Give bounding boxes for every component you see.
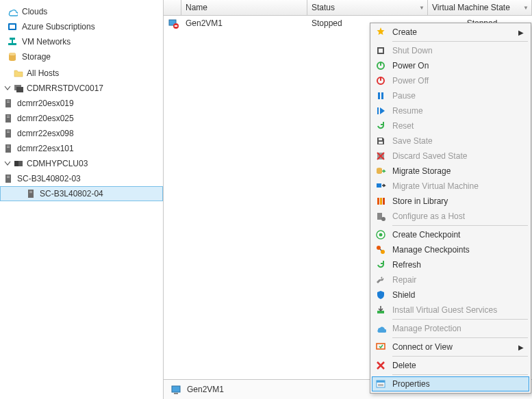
menu-item-connect-or-view[interactable]: Connect or View▶ — [372, 339, 529, 355]
menu-item-resume: Resume — [372, 103, 529, 118]
caret-down-icon[interactable] — [3, 159, 12, 168]
svg-rect-15 — [5, 129, 11, 138]
menu-item-manage-protection: Manage Protection — [372, 321, 529, 336]
storage-icon — [7, 51, 18, 62]
discard-icon — [375, 150, 387, 162]
nav-storage[interactable]: Storage — [0, 49, 163, 64]
tree-label: CDMHYPCLU03 — [27, 159, 88, 168]
tree-label: dcmrr22esx101 — [17, 144, 74, 153]
svg-rect-13 — [7, 116, 10, 116]
menu-item-migrate-storage[interactable]: Migrate Storage — [372, 164, 529, 179]
tree-label: dcmrr22esx098 — [17, 129, 74, 138]
tree-host-group[interactable]: CDMHYPCLU03 — [0, 156, 163, 171]
library-icon — [375, 195, 387, 207]
tree-host-item[interactable]: dcmrr22esx098 — [0, 126, 163, 141]
server-icon — [3, 98, 14, 109]
menu-item-properties[interactable]: Properties — [372, 376, 529, 391]
svg-rect-43 — [379, 138, 382, 140]
menu-item-create-checkpoint[interactable]: Create Checkpoint — [372, 227, 529, 242]
tree-host-item[interactable]: SC-B3L40802-04 — [0, 186, 163, 201]
menu-item-create[interactable]: Create▶ — [372, 25, 529, 40]
nav-label: Clouds — [22, 7, 47, 16]
svg-rect-23 — [5, 175, 11, 183]
column-label: Name — [186, 3, 207, 12]
menu-item-label: Shut Down — [392, 46, 433, 55]
svg-rect-48 — [383, 198, 385, 205]
column-checkbox[interactable] — [164, 0, 181, 15]
svg-rect-22 — [18, 161, 23, 166]
menu-item-shut-down: Shut Down — [372, 43, 529, 58]
menu-item-label: Install Virtual Guest Services — [392, 305, 497, 315]
svg-rect-20 — [7, 147, 10, 148]
nav-vmnetworks[interactable]: VM Networks — [0, 34, 163, 49]
install-icon — [375, 304, 387, 316]
menu-item-label: Migrate Virtual Machine — [392, 181, 479, 191]
menu-separator — [392, 374, 528, 375]
grid-header: Name Status ▼ Virtual Machine State ▼ — [164, 0, 532, 16]
azure-icon — [7, 21, 18, 32]
nav-label: VM Networks — [22, 37, 71, 47]
svg-rect-49 — [377, 213, 382, 220]
svg-rect-1 — [10, 25, 15, 29]
server-icon — [3, 113, 14, 124]
menu-item-save-state: Save State — [372, 133, 529, 149]
nav-clouds[interactable]: Clouds — [0, 4, 163, 19]
menu-item-label: Delete — [392, 361, 416, 370]
column-status[interactable]: Status ▼ — [307, 0, 428, 15]
star-icon — [375, 26, 387, 38]
svg-rect-11 — [7, 102, 10, 103]
dropdown-icon[interactable]: ▼ — [523, 5, 529, 11]
svg-rect-9 — [5, 99, 11, 107]
tree-label: All Hosts — [27, 68, 59, 78]
svg-rect-10 — [7, 101, 10, 101]
menu-item-power-on[interactable]: Power On — [372, 58, 529, 73]
dropdown-icon[interactable]: ▼ — [419, 5, 425, 11]
menu-item-store-in-library[interactable]: Store in Library — [372, 194, 529, 209]
network-icon — [7, 36, 18, 47]
menu-item-manage-checkpoints[interactable]: Manage Checkpoints — [372, 242, 529, 257]
menu-item-configure-as-a-host: Configure as a Host — [372, 209, 529, 224]
svg-rect-42 — [379, 142, 383, 144]
nav-azure[interactable]: Azure Subscriptions — [0, 19, 163, 34]
submenu-arrow-icon: ▶ — [518, 344, 524, 351]
tree-root-all-hosts[interactable]: All Hosts — [0, 66, 163, 81]
menu-item-repair: Repair — [372, 272, 529, 287]
tree-host-item[interactable]: dcmrr22esx101 — [0, 141, 163, 156]
svg-rect-4 — [10, 38, 15, 40]
caret-down-icon[interactable] — [3, 84, 12, 92]
column-label: Status — [312, 3, 335, 12]
nav-label: Storage — [22, 52, 51, 62]
menu-item-shield[interactable]: Shield — [372, 287, 529, 303]
svg-rect-12 — [5, 114, 11, 123]
cell-status: Stopped — [312, 18, 342, 28]
menu-item-migrate-virtual-machine: Migrate Virtual Machine — [372, 179, 529, 194]
svg-rect-39 — [378, 92, 380, 99]
tree-host-item[interactable]: dcmrr20esx025 — [0, 111, 163, 126]
svg-point-52 — [379, 233, 383, 237]
host-tree: All Hosts CDMRRSTDVC0017 dcmrr20esx019 d… — [0, 66, 163, 201]
svg-rect-25 — [7, 177, 10, 178]
tree-host-item[interactable]: SC-B3L40802-03 — [0, 171, 163, 186]
nav-label: Azure Subscriptions — [22, 22, 95, 31]
properties-icon — [375, 378, 387, 390]
tree-host-item[interactable]: dcmrr20esx019 — [0, 96, 163, 111]
menu-separator — [392, 41, 528, 42]
protection-icon — [375, 322, 387, 335]
server-icon — [26, 188, 37, 199]
shield-icon — [375, 289, 387, 301]
svg-rect-58 — [377, 381, 385, 383]
svg-rect-18 — [5, 144, 11, 153]
cloud-icon — [7, 6, 18, 17]
svg-rect-31 — [175, 25, 177, 27]
svg-rect-21 — [14, 161, 18, 166]
column-name[interactable]: Name — [181, 0, 307, 15]
menu-item-label: Power On — [392, 61, 429, 70]
shutdown-icon — [375, 44, 387, 57]
tree-label: SC-B3L40802-03 — [17, 174, 81, 183]
column-vmstate[interactable]: Virtual Machine State ▼ — [428, 0, 532, 15]
menu-item-delete[interactable]: Delete — [372, 358, 529, 373]
menu-separator — [392, 356, 528, 357]
tree-host-group[interactable]: CDMRRSTDVC0017 — [0, 81, 163, 96]
menu-item-refresh[interactable]: Refresh — [372, 257, 529, 272]
manage-checkpoint-icon — [375, 244, 387, 256]
